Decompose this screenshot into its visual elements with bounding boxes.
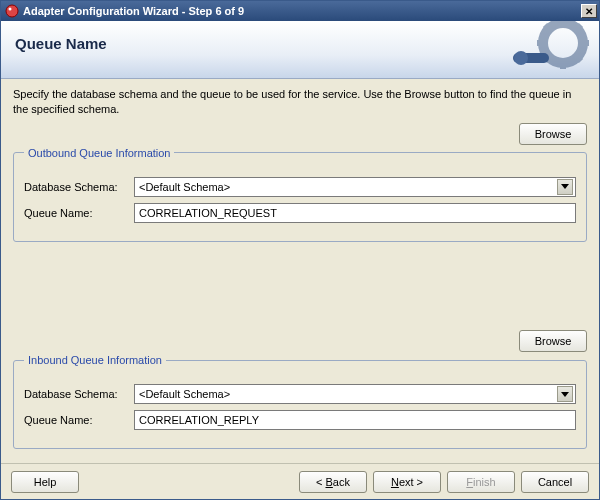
close-button[interactable]: ✕: [581, 4, 597, 18]
inbound-browse-button[interactable]: Browse: [519, 330, 587, 352]
svg-point-1: [9, 8, 12, 11]
inbound-queue-label: Queue Name:: [24, 414, 134, 426]
svg-point-0: [6, 5, 18, 17]
outbound-queue-input[interactable]: [134, 203, 576, 223]
close-icon: ✕: [585, 6, 593, 17]
instructions-text: Specify the database schema and the queu…: [13, 87, 587, 117]
svg-line-10: [576, 25, 581, 30]
outbound-legend: Outbound Queue Information: [24, 147, 174, 159]
inbound-schema-select[interactable]: <Default Schema>: [134, 384, 576, 404]
finish-button: Finish: [447, 471, 515, 493]
header-banner: Queue Name: [1, 21, 599, 79]
content-area: Specify the database schema and the queu…: [1, 79, 599, 463]
svg-line-7: [545, 25, 550, 30]
outbound-schema-value: <Default Schema>: [139, 181, 230, 193]
inbound-queue-input[interactable]: [134, 410, 576, 430]
chevron-down-icon: [557, 179, 573, 195]
button-bar: Help < Back Next > Finish Cancel: [1, 463, 599, 499]
wizard-window: Adapter Configuration Wizard - Step 6 of…: [0, 0, 600, 500]
outbound-schema-select[interactable]: <Default Schema>: [134, 177, 576, 197]
svg-point-12: [514, 51, 528, 65]
outbound-queue-label: Queue Name:: [24, 207, 134, 219]
cancel-button[interactable]: Cancel: [521, 471, 589, 493]
outbound-browse-button[interactable]: Browse: [519, 123, 587, 145]
outbound-group: Outbound Queue Information Database Sche…: [13, 147, 587, 242]
svg-line-8: [576, 56, 581, 61]
app-icon: [5, 4, 19, 18]
next-button[interactable]: Next >: [373, 471, 441, 493]
inbound-schema-value: <Default Schema>: [139, 388, 230, 400]
outbound-schema-label: Database Schema:: [24, 181, 134, 193]
help-button[interactable]: Help: [11, 471, 79, 493]
back-button[interactable]: < Back: [299, 471, 367, 493]
titlebar: Adapter Configuration Wizard - Step 6 of…: [1, 1, 599, 21]
page-title: Queue Name: [15, 35, 107, 52]
inbound-group: Inbound Queue Information Database Schem…: [13, 354, 587, 449]
window-title: Adapter Configuration Wizard - Step 6 of…: [23, 5, 581, 17]
gear-icon: [513, 21, 593, 79]
chevron-down-icon: [557, 386, 573, 402]
inbound-schema-label: Database Schema:: [24, 388, 134, 400]
inbound-legend: Inbound Queue Information: [24, 354, 166, 366]
